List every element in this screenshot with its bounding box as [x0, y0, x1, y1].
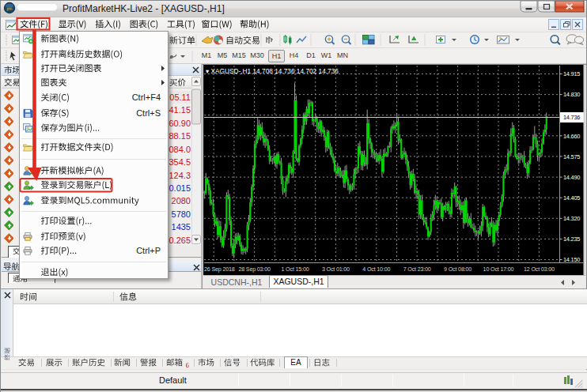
- svg-text:14.660: 14.660: [563, 133, 580, 140]
- svg-text:pm: pm: [7, 6, 13, 11]
- svg-text:14.320: 14.320: [563, 215, 580, 222]
- svg-text:14.150: 14.150: [563, 256, 580, 263]
- svg-text:14.575: 14.575: [563, 153, 580, 160]
- svg-text:▾ XAGUSD-,H1 14.708 14.736 14: ▾ XAGUSD-,H1 14.708 14.736 14.702 14.736: [206, 67, 339, 75]
- svg-text:3 Oct 01:00: 3 Oct 01:00: [322, 266, 350, 273]
- svg-text:14.235: 14.235: [563, 236, 580, 243]
- svg-text:14.405: 14.405: [563, 194, 580, 202]
- svg-text:14.830: 14.830: [563, 91, 580, 98]
- svg-text:14.736: 14.736: [563, 114, 580, 121]
- svg-text:7 Oct 23:00: 7 Oct 23:00: [403, 266, 431, 273]
- svg-text:9 Oct 08:00: 9 Oct 08:00: [444, 266, 471, 273]
- svg-text:10 Oct 17:00: 10 Oct 17:00: [483, 266, 514, 273]
- svg-text:12 Oct 03:00: 12 Oct 03:00: [524, 266, 555, 273]
- svg-text:1 Oct 15:00: 1 Oct 15:00: [282, 266, 309, 273]
- svg-text:26 Sep 2018: 26 Sep 2018: [204, 266, 235, 273]
- svg-text:14.490: 14.490: [563, 174, 580, 181]
- svg-text:4 Oct 10:00: 4 Oct 10:00: [362, 266, 390, 273]
- svg-text:28 Sep 03:00: 28 Sep 03:00: [238, 266, 271, 273]
- svg-text:14.915: 14.915: [563, 70, 580, 77]
